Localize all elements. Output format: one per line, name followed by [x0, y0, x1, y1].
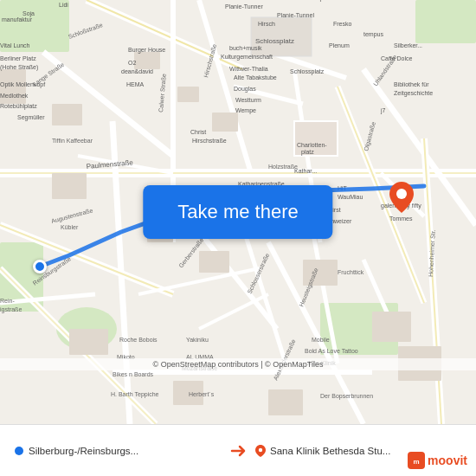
map-container: Schloßstraße Lange Straße Calwer Straße … [0, 0, 476, 424]
svg-text:j7: j7 [380, 107, 386, 114]
svg-text:Planie-Tunnel: Planie-Tunnel [277, 12, 314, 18]
svg-text:Tommes: Tommes [389, 215, 413, 222]
svg-text:HiT: HiT [338, 185, 348, 191]
svg-text:Vital Lunch: Vital Lunch [0, 42, 30, 48]
svg-rect-42 [52, 104, 82, 125]
svg-text:Schlossplatz: Schlossplatz [255, 37, 294, 45]
svg-text:Christ: Christ [190, 129, 206, 135]
svg-text:Mobile: Mobile [312, 337, 330, 343]
svg-text:Westturm: Westturm [235, 97, 261, 103]
moovit-icon: m [408, 452, 425, 469]
svg-text:Wittwer-Thalia: Wittwer-Thalia [229, 66, 268, 72]
svg-point-133 [396, 189, 407, 199]
svg-rect-46 [199, 251, 229, 273]
svg-rect-39 [134, 52, 160, 69]
svg-text:buch+musik: buch+musik [229, 45, 262, 51]
svg-text:Fruchttick: Fruchttick [338, 269, 364, 275]
svg-text:Silberker...: Silberker... [394, 42, 422, 48]
moovit-logo-text: moovit [428, 453, 467, 467]
svg-text:Lidi: Lidi [59, 2, 68, 8]
svg-text:Herbert´s: Herbert´s [189, 391, 215, 397]
svg-rect-2 [415, 0, 476, 43]
svg-text:Hirschstraße: Hirschstraße [192, 138, 227, 144]
arrow-right-icon [228, 441, 248, 460]
svg-text:HEMA: HEMA [126, 81, 145, 87]
svg-text:Planie-Tunner: Planie-Tunner [225, 3, 263, 10]
svg-text:Berliner Platz: Berliner Platz [0, 55, 36, 61]
moovit-logo: m moovit [408, 452, 467, 469]
svg-text:Plenum: Plenum [329, 42, 350, 48]
arrow-separator [226, 441, 250, 460]
svg-text:Burger House: Burger House [128, 47, 165, 54]
svg-rect-40 [177, 87, 199, 102]
destination-icon [255, 445, 266, 457]
svg-point-134 [15, 447, 23, 455]
origin-marker [33, 260, 47, 273]
svg-text:Douglas: Douglas [234, 86, 256, 93]
svg-text:Bibliothek für: Bibliothek für [394, 81, 429, 87]
svg-text:Zeitgeschichte: Zeitgeschichte [394, 90, 433, 97]
svg-text:Bold As Love Tattoo: Bold As Love Tattoo [305, 348, 358, 354]
svg-text:Caffe Dolce: Caffe Dolce [381, 55, 413, 61]
svg-text:Rein-: Rein- [0, 298, 15, 304]
from-label: Silberburg-/Reinsburgs... [29, 446, 138, 456]
svg-text:Optik Mollenkopf: Optik Mollenkopf [0, 81, 45, 88]
svg-text:Der Bopserbrunnen: Der Bopserbrunnen [320, 393, 373, 400]
svg-text:igstraße: igstraße [0, 306, 22, 313]
svg-text:WauMiau: WauMiau [338, 194, 363, 200]
svg-text:Tiffin Kaffeebar: Tiffin Kaffeebar [52, 138, 93, 144]
origin-icon [14, 446, 24, 456]
svg-text:Segmüller: Segmüller [17, 114, 45, 121]
svg-rect-41 [212, 113, 238, 132]
svg-text:Bikes n Boards: Bikes n Boards [113, 371, 154, 377]
svg-text:Kulturgemeinschaft: Kulturgemeinschaft [221, 54, 273, 61]
svg-point-135 [259, 447, 262, 451]
svg-text:dean&david: dean&david [121, 68, 153, 74]
svg-text:Kübler: Kübler [61, 224, 79, 230]
svg-text:Schlossplatz: Schlossplatz [290, 68, 325, 75]
svg-rect-44 [52, 173, 87, 199]
destination-marker [389, 182, 414, 216]
svg-text:Charlotten-: Charlotten- [297, 142, 327, 148]
to-label: Sana Klinik Bethesda Stu... [270, 446, 390, 456]
svg-text:Yakiniku: Yakiniku [186, 337, 209, 343]
svg-text:Kathar...: Kathar... [294, 168, 317, 174]
svg-text:O2: O2 [128, 60, 136, 66]
svg-text:(Hohe Straße): (Hohe Straße) [0, 64, 38, 71]
svg-text:Fresko: Fresko [333, 21, 352, 27]
svg-text:H. Barth Teppiche: H. Barth Teppiche [111, 391, 159, 398]
svg-rect-51 [268, 389, 303, 415]
svg-text:Rotebühlplatz: Rotebühlplatz [0, 103, 37, 110]
take-me-there-button[interactable]: Take me there [143, 185, 332, 239]
svg-text:Roche Bobois: Roche Bobois [119, 337, 158, 343]
svg-text:Holzstraße: Holzstraße [268, 164, 298, 170]
svg-text:Wempe: Wempe [235, 107, 256, 114]
svg-text:manufaktur: manufaktur [2, 16, 33, 23]
svg-text:Hirsch: Hirsch [258, 21, 275, 27]
svg-text:tempus: tempus [363, 31, 383, 38]
svg-text:Medlothek: Medlothek [0, 93, 29, 99]
svg-text:platz: platz [301, 149, 314, 156]
bottom-bar: Silberburg-/Reinsburgs... Sana Klinik Be… [0, 424, 476, 476]
svg-text:Alte Tabakstube: Alte Tabakstube [234, 74, 277, 80]
from-location: Silberburg-/Reinsburgs... [9, 446, 226, 456]
svg-text:m: m [414, 458, 420, 466]
map-attribution: © OpenStreetMap contributors | © OpenMap… [0, 358, 476, 370]
svg-rect-48 [372, 312, 411, 342]
svg-rect-49 [69, 329, 108, 355]
